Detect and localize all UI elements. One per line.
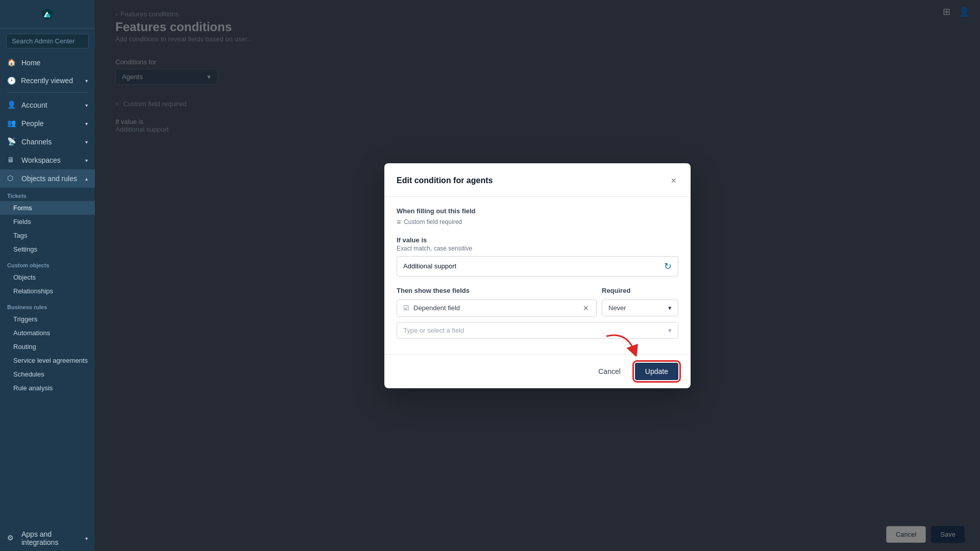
modal-body: When filling out this field ≡ Custom fie… [384,197,691,354]
svg-point-0 [46,14,50,17]
sidebar-sub-item-rule-analysis[interactable]: Rule analysis [0,381,95,395]
update-button[interactable]: Update [635,363,678,380]
sidebar-item-objects-rules-label: Objects and rules [21,174,80,183]
people-icon: 👥 [7,119,16,128]
account-chevron-icon: ▾ [85,103,88,108]
sidebar-divider-1 [7,92,88,93]
dependent-field-row: ☑ Dependent field ✕ Never ▾ [397,299,678,317]
tickets-header: Tickets [0,189,95,201]
when-filling-subtitle: ≡ Custom field required [397,218,678,226]
never-select[interactable]: Never ▾ [602,299,678,316]
tickets-subsection: Tickets Forms Fields Tags Settings [0,188,95,257]
sidebar-sub-item-sla[interactable]: Service level agreements [0,354,95,367]
search-input[interactable] [6,34,89,48]
modal-title: Edit condition for agents [397,176,493,185]
custom-objects-subsection: Custom objects Objects Relationships [0,257,95,299]
sidebar-item-channels[interactable]: 📡 Channels ▾ [0,133,95,151]
objects-rules-chevron-icon: ▴ [85,176,88,182]
objects-icon: ⬡ [7,174,16,183]
sidebar-sub-item-objects[interactable]: Objects [0,270,95,284]
sidebar-logo [0,0,95,29]
sidebar-item-recently-viewed[interactable]: 🕐 Recently viewed ▾ [0,72,95,89]
sidebar: 🏠 Home 🕐 Recently viewed ▾ 👤 Account ▾ 👥… [0,0,95,551]
sidebar-sub-item-relationships[interactable]: Relationships [0,284,95,298]
checkbox-icon: ☑ [403,304,409,312]
sidebar-sub-item-forms[interactable]: Forms [0,201,95,215]
sidebar-item-apps-integrations[interactable]: ⚙ Apps and integrations ▾ [0,525,95,551]
then-show-header: Then show these fields Required [397,287,678,294]
channels-icon: 📡 [7,137,16,146]
workspaces-icon: 🖥 [7,156,16,165]
when-filling-sub-text: Custom field required [404,218,462,226]
home-icon: 🏠 [7,58,16,67]
value-input[interactable] [403,262,664,270]
sidebar-item-workspaces-label: Workspaces [21,156,80,164]
channels-chevron-icon: ▾ [85,139,88,145]
sidebar-sub-item-settings[interactable]: Settings [0,242,95,256]
cancel-button[interactable]: Cancel [590,363,629,380]
sidebar-item-account[interactable]: 👤 Account ▾ [0,96,95,114]
sidebar-recently-viewed-label: Recently viewed [21,77,80,85]
sidebar-item-home[interactable]: 🏠 Home [0,54,95,72]
then-show-label: Then show these fields [397,287,597,294]
sidebar-sub-item-automations[interactable]: Automations [0,326,95,340]
modal-close-button[interactable]: × [669,173,678,188]
modal-footer: Cancel Update [384,354,691,388]
sidebar-item-account-label: Account [21,101,80,109]
if-value-modal-section: If value is Exact match, case sensitive … [397,236,678,277]
sidebar-item-people-label: People [21,119,80,128]
sidebar-sub-item-tags[interactable]: Tags [0,229,95,242]
sidebar-item-apps-label: Apps and integrations [21,530,80,546]
type-select-chevron-icon: ▾ [668,327,672,334]
apps-icon: ⚙ [7,534,16,543]
sidebar-item-people[interactable]: 👥 People ▾ [0,114,95,133]
sidebar-sub-item-triggers[interactable]: Triggers [0,312,95,326]
modal-overlay: Edit condition for agents × When filling… [95,0,980,551]
if-value-modal-label: If value is [397,236,678,244]
refresh-button[interactable]: ↻ [664,261,672,272]
custom-objects-header: Custom objects [0,258,95,270]
when-filling-title: When filling out this field [397,207,678,215]
sidebar-sub-item-fields[interactable]: Fields [0,215,95,229]
business-rules-subsection: Business rules Triggers Automations Rout… [0,299,95,396]
type-select-placeholder: Type or select a field [403,327,464,334]
sidebar-sub-item-routing[interactable]: Routing [0,340,95,354]
then-show-section: Then show these fields Required ☑ Depend… [397,287,678,339]
type-select-dropdown[interactable]: Type or select a field ▾ [397,322,678,339]
sidebar-item-channels-label: Channels [21,138,80,146]
list-icon-filling: ≡ [397,218,401,226]
dependent-field-text: Dependent field [413,304,578,312]
clock-icon: 🕐 [7,77,16,85]
if-value-modal-desc: Exact match, case sensitive [397,245,678,252]
sidebar-item-workspaces[interactable]: 🖥 Workspaces ▾ [0,151,95,169]
sidebar-search[interactable] [0,29,95,54]
required-label: Required [602,287,678,294]
when-filling-section: When filling out this field ≡ Custom fie… [397,207,678,226]
recently-viewed-chevron-icon: ▾ [85,78,88,84]
business-rules-header: Business rules [0,300,95,312]
modal-header: Edit condition for agents × [384,163,691,197]
clear-dependent-field-button[interactable]: ✕ [582,304,590,312]
apps-chevron-icon: ▾ [85,536,88,541]
sidebar-item-objects-rules[interactable]: ⬡ Objects and rules ▴ [0,169,95,188]
workspaces-chevron-icon: ▾ [85,158,88,163]
never-chevron-icon: ▾ [668,304,672,312]
main-area: ⊞ 👤 ‹ Features conditions Features condi… [95,0,980,551]
people-chevron-icon: ▾ [85,121,88,127]
never-text: Never [608,304,626,312]
sidebar-sub-item-schedules[interactable]: Schedules [0,367,95,381]
sidebar-item-home-label: Home [21,59,88,67]
account-icon: 👤 [7,101,16,110]
zendesk-logo-icon [38,5,57,23]
type-select-row: Type or select a field ▾ [397,322,678,339]
dependent-field-select[interactable]: ☑ Dependent field ✕ [397,299,597,317]
value-input-row: ↻ [397,256,678,277]
modal-dialog: Edit condition for agents × When filling… [384,163,691,388]
